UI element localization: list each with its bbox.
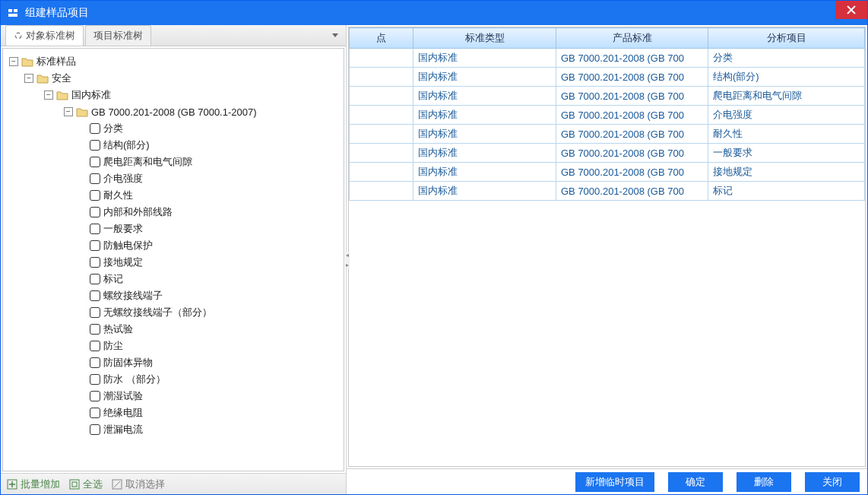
- collapse-toggle[interactable]: −: [64, 107, 73, 116]
- tab-label: 项目标准树: [93, 29, 143, 43]
- toolbar-label: 批量增加: [21, 478, 60, 491]
- checkbox[interactable]: [90, 190, 100, 201]
- tree-leaf[interactable]: 绝缘电阻: [90, 405, 337, 421]
- table-row[interactable]: 国内标准GB 7000.201-2008 (GB 700介电强度: [350, 106, 865, 125]
- tree-leaf[interactable]: 泄漏电流: [90, 421, 337, 438]
- tree-node-standard[interactable]: − GB 7000.201-2008 (GB 7000.1-2007): [64, 103, 337, 120]
- toolbar-label: 全选: [83, 478, 103, 491]
- collapse-toggle[interactable]: −: [24, 74, 33, 83]
- tree-scroll-area[interactable]: − 标准样品 − 安全: [2, 48, 344, 471]
- tree-leaf[interactable]: 一般要求: [90, 221, 337, 237]
- checkbox[interactable]: [90, 290, 100, 301]
- checkbox[interactable]: [90, 173, 100, 184]
- tree-leaf[interactable]: 内部和外部线路: [90, 204, 337, 221]
- cell-standard: GB 7000.201-2008 (GB 700: [556, 125, 708, 144]
- checkbox[interactable]: [90, 224, 100, 234]
- checkbox[interactable]: [90, 274, 100, 284]
- add-temp-item-button[interactable]: 新增临时项目: [575, 472, 654, 492]
- close-button[interactable]: 关闭: [805, 472, 860, 492]
- cell-point: [350, 68, 413, 87]
- tree-leaf[interactable]: 分类: [90, 120, 337, 137]
- pane-splitter[interactable]: ◂▸: [345, 252, 350, 268]
- checkbox[interactable]: [90, 408, 100, 418]
- cell-type: 国内标准: [413, 125, 556, 144]
- checkbox[interactable]: [90, 207, 100, 217]
- checkbox[interactable]: [90, 341, 100, 351]
- tree-leaf[interactable]: 防触电保护: [90, 237, 337, 254]
- cell-standard: GB 7000.201-2008 (GB 700: [556, 49, 708, 68]
- checkbox[interactable]: [90, 324, 100, 335]
- checkbox[interactable]: [90, 357, 100, 368]
- svg-rect-5: [70, 480, 79, 489]
- tab-project-tree[interactable]: 项目标准树: [85, 25, 151, 46]
- table-row[interactable]: 国内标准GB 7000.201-2008 (GB 700结构(部分): [350, 68, 865, 87]
- table-row[interactable]: 国内标准GB 7000.201-2008 (GB 700一般要求: [350, 144, 865, 163]
- grid-header-point[interactable]: 点: [350, 28, 413, 49]
- checkbox[interactable]: [90, 307, 100, 318]
- tree-leaf-label: 防尘: [103, 339, 123, 353]
- tree-leaf[interactable]: 热试验: [90, 321, 337, 338]
- tree-leaf[interactable]: 标记: [90, 271, 337, 287]
- tree-leaf[interactable]: 耐久性: [90, 187, 337, 204]
- ok-button[interactable]: 确定: [668, 472, 723, 492]
- tree-node-safety[interactable]: − 安全: [24, 70, 337, 87]
- toolbar-label: 取消选择: [125, 478, 165, 491]
- cell-point: [350, 182, 413, 201]
- checkbox[interactable]: [90, 424, 100, 435]
- cell-type: 国内标准: [413, 49, 556, 68]
- checkbox[interactable]: [90, 157, 100, 167]
- grid-header-item[interactable]: 分析项目: [708, 28, 865, 49]
- tree-leaf[interactable]: 防水 （部分）: [90, 371, 337, 388]
- tree-leaf[interactable]: 接地规定: [90, 254, 337, 271]
- folder-icon: [36, 73, 49, 84]
- tree-root-node[interactable]: − 标准样品: [9, 53, 337, 70]
- plus-box-icon: [7, 479, 17, 490]
- tree-leaf[interactable]: 结构(部分): [90, 137, 337, 154]
- tree-leaf[interactable]: 防固体异物: [90, 354, 337, 371]
- cell-item: 标记: [708, 182, 865, 201]
- cell-type: 国内标准: [413, 182, 556, 201]
- table-row[interactable]: 国内标准GB 7000.201-2008 (GB 700分类: [350, 49, 865, 68]
- deselect-button[interactable]: 取消选择: [112, 478, 165, 491]
- tree-leaf-label: 防触电保护: [103, 239, 153, 252]
- tree-node-domestic[interactable]: − 国内标准: [44, 87, 337, 103]
- grid-header-standard[interactable]: 产品标准: [556, 28, 708, 49]
- tree-leaf[interactable]: 潮湿试验: [90, 388, 337, 405]
- collapse-toggle[interactable]: −: [44, 90, 53, 100]
- table-row[interactable]: 国内标准GB 7000.201-2008 (GB 700爬电距离和电气间隙: [350, 87, 865, 106]
- collapse-toggle[interactable]: −: [9, 57, 18, 66]
- tree-leaf[interactable]: 防尘: [90, 338, 337, 354]
- checkbox[interactable]: [90, 140, 100, 151]
- batch-add-button[interactable]: 批量增加: [7, 478, 60, 491]
- grid-header-type[interactable]: 标准类型: [413, 28, 556, 49]
- tree-leaf-label: 介电强度: [103, 172, 143, 186]
- select-all-button[interactable]: 全选: [69, 478, 103, 491]
- table-row[interactable]: 国内标准GB 7000.201-2008 (GB 700标记: [350, 182, 865, 201]
- checkbox[interactable]: [90, 240, 100, 251]
- tree-leaf[interactable]: 爬电距离和电气间隙: [90, 154, 337, 170]
- tree-leaf[interactable]: 螺纹接线端子: [90, 287, 337, 304]
- checkbox[interactable]: [90, 257, 100, 268]
- tree-node-label: GB 7000.201-2008 (GB 7000.1-2007): [91, 106, 257, 118]
- cell-type: 国内标准: [413, 163, 556, 182]
- close-window-button[interactable]: [835, 1, 867, 19]
- tree-leaf-label: 热试验: [103, 322, 133, 336]
- checkbox[interactable]: [90, 391, 100, 401]
- checkbox[interactable]: [90, 374, 100, 385]
- table-row[interactable]: 国内标准GB 7000.201-2008 (GB 700耐久性: [350, 125, 865, 144]
- cell-item: 耐久性: [708, 125, 865, 144]
- tree-leaf[interactable]: 无螺纹接线端子（部分）: [90, 304, 337, 321]
- cell-type: 国内标准: [413, 106, 556, 125]
- tree-leaf-label: 标记: [103, 272, 123, 286]
- svg-rect-2: [8, 14, 17, 17]
- tab-object-tree[interactable]: 对象标准树: [5, 25, 84, 46]
- data-grid[interactable]: 点 标准类型 产品标准 分析项目 国内标准GB 7000.201-2008 (G…: [348, 27, 866, 467]
- delete-button[interactable]: 删除: [737, 472, 791, 492]
- app-icon: [7, 7, 19, 19]
- checkbox[interactable]: [90, 123, 100, 134]
- tree-leaf[interactable]: 介电强度: [90, 170, 337, 187]
- cell-point: [350, 125, 413, 144]
- cell-item: 爬电距离和电气间隙: [708, 87, 865, 106]
- table-row[interactable]: 国内标准GB 7000.201-2008 (GB 700接地规定: [350, 163, 865, 182]
- tab-menu-button[interactable]: [329, 30, 341, 42]
